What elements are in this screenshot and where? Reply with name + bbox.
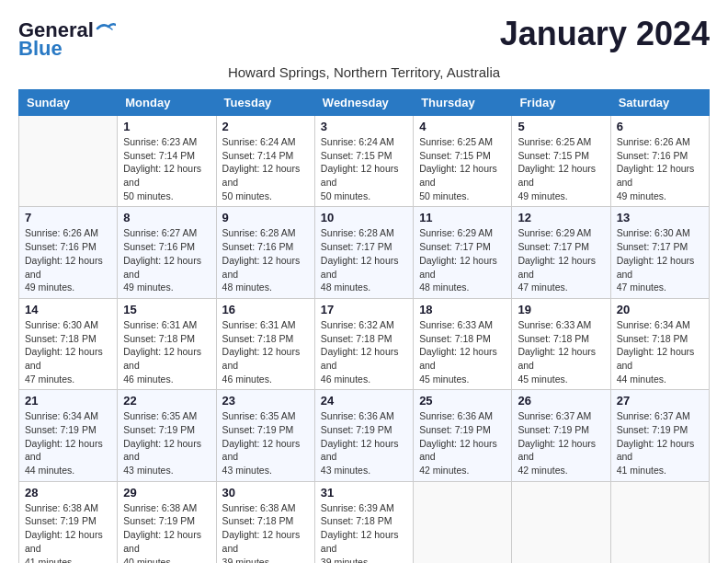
- day-info-line: Sunset: 7:18 PM: [419, 332, 506, 346]
- day-info-line: Daylight: 12 hours and: [123, 254, 210, 281]
- day-info-line: Sunset: 7:19 PM: [419, 423, 506, 437]
- calendar-cell: 28Sunrise: 6:38 AMSunset: 7:19 PMDayligh…: [19, 481, 118, 563]
- day-info: Sunrise: 6:39 AMSunset: 7:18 PMDaylight:…: [321, 501, 407, 563]
- week-row-3: 14Sunrise: 6:30 AMSunset: 7:18 PMDayligh…: [19, 298, 710, 389]
- day-info-line: Sunset: 7:16 PM: [25, 240, 111, 254]
- day-info-line: Sunrise: 6:32 AM: [321, 318, 407, 332]
- day-info-line: 47 minutes.: [617, 281, 703, 294]
- day-number: 16: [222, 303, 309, 316]
- calendar-cell: 9Sunrise: 6:28 AMSunset: 7:16 PMDaylight…: [216, 207, 314, 298]
- calendar-cell: 30Sunrise: 6:38 AMSunset: 7:18 PMDayligh…: [216, 481, 314, 563]
- calendar-cell: 15Sunrise: 6:31 AMSunset: 7:18 PMDayligh…: [118, 298, 216, 389]
- day-info-line: 43 minutes.: [222, 464, 309, 477]
- calendar-cell: 4Sunrise: 6:25 AMSunset: 7:15 PMDaylight…: [414, 116, 512, 207]
- day-info-line: Sunrise: 6:34 AM: [25, 409, 111, 423]
- day-info-line: Sunrise: 6:31 AM: [123, 318, 210, 332]
- calendar-cell: 12Sunrise: 6:29 AMSunset: 7:17 PMDayligh…: [512, 207, 610, 298]
- day-info: Sunrise: 6:25 AMSunset: 7:15 PMDaylight:…: [419, 135, 506, 202]
- weekday-header-wednesday: Wednesday: [314, 90, 413, 116]
- day-info-line: Daylight: 12 hours and: [518, 254, 604, 281]
- day-info: Sunrise: 6:28 AMSunset: 7:17 PMDaylight:…: [321, 226, 407, 293]
- day-info: Sunrise: 6:31 AMSunset: 7:18 PMDaylight:…: [222, 318, 309, 385]
- calendar-cell: 6Sunrise: 6:26 AMSunset: 7:16 PMDaylight…: [610, 116, 709, 207]
- day-info-line: Daylight: 12 hours and: [419, 254, 506, 281]
- day-number: 31: [321, 486, 407, 500]
- weekday-header-thursday: Thursday: [414, 90, 512, 116]
- day-info-line: Sunrise: 6:24 AM: [321, 135, 407, 149]
- day-info: Sunrise: 6:35 AMSunset: 7:19 PMDaylight:…: [222, 409, 309, 477]
- day-info-line: 40 minutes.: [123, 556, 210, 564]
- day-info-line: Sunset: 7:16 PM: [123, 240, 210, 254]
- day-number: 17: [321, 303, 407, 316]
- day-number: 29: [123, 486, 210, 500]
- day-info-line: Daylight: 12 hours and: [419, 345, 506, 372]
- day-info-line: Sunrise: 6:25 AM: [518, 135, 604, 149]
- day-number: 22: [123, 394, 210, 408]
- calendar-cell: 21Sunrise: 6:34 AMSunset: 7:19 PMDayligh…: [19, 390, 118, 481]
- day-info-line: 50 minutes.: [222, 190, 309, 203]
- day-info: Sunrise: 6:34 AMSunset: 7:19 PMDaylight:…: [25, 409, 111, 477]
- calendar-cell: 5Sunrise: 6:25 AMSunset: 7:15 PMDaylight…: [512, 116, 610, 207]
- day-number: 12: [518, 211, 604, 224]
- day-info-line: Sunset: 7:19 PM: [25, 514, 111, 528]
- day-info-line: Daylight: 12 hours and: [321, 254, 407, 281]
- calendar-cell: [414, 481, 512, 563]
- day-info-line: 44 minutes.: [617, 373, 703, 386]
- day-info-line: Sunrise: 6:23 AM: [123, 135, 210, 149]
- calendar-cell: 27Sunrise: 6:37 AMSunset: 7:19 PMDayligh…: [610, 390, 709, 481]
- day-info-line: Sunset: 7:18 PM: [321, 514, 407, 528]
- day-info-line: 42 minutes.: [419, 464, 506, 477]
- day-number: 24: [321, 394, 407, 408]
- day-info-line: Daylight: 12 hours and: [222, 254, 309, 281]
- day-info-line: Sunrise: 6:28 AM: [321, 226, 407, 240]
- day-info-line: 43 minutes.: [123, 464, 210, 477]
- day-number: 23: [222, 394, 309, 408]
- day-info-line: Sunset: 7:19 PM: [518, 423, 604, 437]
- subtitle: Howard Springs, Northern Territory, Aust…: [18, 64, 710, 80]
- day-info-line: Sunrise: 6:25 AM: [419, 135, 506, 149]
- day-info-line: Daylight: 12 hours and: [321, 162, 407, 189]
- weekday-header-saturday: Saturday: [610, 90, 709, 116]
- day-info-line: Sunrise: 6:30 AM: [617, 226, 703, 240]
- day-info-line: Daylight: 12 hours and: [419, 437, 506, 464]
- day-info-line: Sunset: 7:14 PM: [222, 149, 309, 163]
- day-info-line: Sunset: 7:19 PM: [123, 423, 210, 437]
- day-info-line: 45 minutes.: [419, 373, 506, 386]
- calendar-cell: 24Sunrise: 6:36 AMSunset: 7:19 PMDayligh…: [314, 390, 413, 481]
- calendar-cell: 11Sunrise: 6:29 AMSunset: 7:17 PMDayligh…: [414, 207, 512, 298]
- day-info-line: 41 minutes.: [617, 464, 703, 477]
- day-number: 2: [222, 120, 309, 133]
- day-info-line: Sunset: 7:18 PM: [25, 332, 111, 346]
- calendar-cell: [19, 116, 118, 207]
- day-info-line: Sunset: 7:19 PM: [25, 423, 111, 437]
- day-info: Sunrise: 6:30 AMSunset: 7:18 PMDaylight:…: [25, 318, 111, 385]
- day-number: 8: [123, 211, 210, 224]
- day-info-line: Daylight: 12 hours and: [321, 345, 407, 372]
- day-info-line: 41 minutes.: [25, 556, 111, 564]
- day-info-line: 50 minutes.: [123, 190, 210, 203]
- day-info-line: 46 minutes.: [123, 373, 210, 386]
- day-info-line: Sunrise: 6:34 AM: [617, 318, 703, 332]
- calendar-cell: 3Sunrise: 6:24 AMSunset: 7:15 PMDaylight…: [314, 116, 413, 207]
- day-info-line: 49 minutes.: [617, 190, 703, 203]
- day-info: Sunrise: 6:30 AMSunset: 7:17 PMDaylight:…: [617, 226, 703, 293]
- day-number: 28: [25, 486, 111, 500]
- day-info-line: Sunset: 7:15 PM: [419, 149, 506, 163]
- day-info-line: Sunset: 7:18 PM: [617, 332, 703, 346]
- day-info-line: Sunset: 7:17 PM: [518, 240, 604, 254]
- day-info-line: Daylight: 12 hours and: [123, 437, 210, 464]
- weekday-header-friday: Friday: [512, 90, 610, 116]
- day-info-line: Daylight: 12 hours and: [321, 528, 407, 555]
- day-info-line: Daylight: 12 hours and: [222, 345, 309, 372]
- day-number: 26: [518, 394, 604, 408]
- day-info-line: Daylight: 12 hours and: [123, 162, 210, 189]
- day-info-line: Sunset: 7:17 PM: [419, 240, 506, 254]
- day-info: Sunrise: 6:36 AMSunset: 7:19 PMDaylight:…: [419, 409, 506, 477]
- day-info: Sunrise: 6:26 AMSunset: 7:16 PMDaylight:…: [617, 135, 703, 202]
- day-info-line: 47 minutes.: [518, 281, 604, 294]
- calendar-cell: 16Sunrise: 6:31 AMSunset: 7:18 PMDayligh…: [216, 298, 314, 389]
- day-info: Sunrise: 6:23 AMSunset: 7:14 PMDaylight:…: [123, 135, 210, 202]
- day-info-line: Sunrise: 6:31 AM: [222, 318, 309, 332]
- week-row-4: 21Sunrise: 6:34 AMSunset: 7:19 PMDayligh…: [19, 390, 710, 481]
- day-info: Sunrise: 6:38 AMSunset: 7:18 PMDaylight:…: [222, 501, 309, 563]
